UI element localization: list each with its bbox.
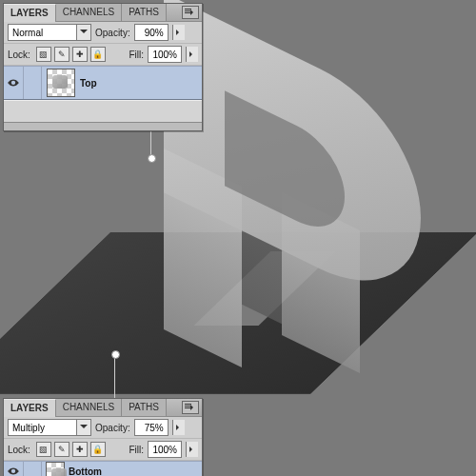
lock-transparent-pixels-icon[interactable]: ▧ (36, 47, 51, 62)
panel-menu-icon[interactable] (182, 401, 199, 414)
opacity-value: 90% (135, 28, 168, 38)
layers-panel-bottom: LAYERS CHANNELS PATHS Multiply Opacity: … (3, 398, 203, 476)
chevron-down-icon[interactable] (76, 25, 90, 40)
layer-thumbnail[interactable] (47, 69, 75, 97)
panel-tabbar: LAYERS CHANNELS PATHS (4, 4, 202, 22)
callout-dot-bottom (111, 350, 120, 359)
tab-channels[interactable]: CHANNELS (56, 399, 122, 416)
opacity-value: 75% (135, 423, 168, 433)
blend-mode-value: Multiply (9, 423, 76, 433)
lock-icon-group: ▧ ✎ ✚ 🔒 (36, 442, 106, 457)
opacity-label: Opacity: (95, 423, 130, 433)
tab-paths[interactable]: PATHS (122, 399, 167, 416)
fill-input[interactable]: 100% (148, 46, 182, 63)
lock-image-pixels-icon[interactable]: ✎ (54, 47, 69, 62)
chevron-down-icon[interactable] (76, 420, 90, 435)
layer-name[interactable]: Top (80, 78, 97, 89)
panel-menu-icon[interactable] (182, 6, 199, 19)
link-cell[interactable] (24, 462, 42, 476)
visibility-toggle[interactable] (4, 67, 24, 99)
panel-empty-area (4, 100, 202, 122)
panel-footer (4, 122, 202, 130)
lock-position-icon[interactable]: ✚ (72, 442, 88, 457)
lock-label: Lock: (8, 445, 30, 455)
fill-label: Fill: (129, 445, 144, 455)
lock-fill-row: Lock: ▧ ✎ ✚ 🔒 Fill: 100% (4, 44, 202, 66)
layer-name[interactable]: Bottom (69, 466, 102, 477)
blend-mode-select[interactable]: Multiply (8, 419, 91, 436)
tab-channels[interactable]: CHANNELS (56, 4, 122, 21)
fill-stepper-icon[interactable] (186, 442, 198, 457)
fill-value: 100% (149, 50, 181, 60)
lock-all-icon[interactable]: 🔒 (90, 47, 106, 62)
fill-label: Fill: (129, 50, 144, 60)
link-cell[interactable] (24, 67, 42, 99)
layer-thumbnail[interactable] (46, 462, 65, 476)
lock-transparent-pixels-icon[interactable]: ▧ (36, 442, 51, 457)
layers-panel-top: LAYERS CHANNELS PATHS Normal Opacity: 90… (3, 3, 203, 131)
eye-icon (7, 78, 20, 88)
blend-mode-value: Normal (9, 28, 76, 38)
lock-image-pixels-icon[interactable]: ✎ (54, 442, 69, 457)
blend-mode-select[interactable]: Normal (8, 24, 91, 41)
opacity-stepper-icon[interactable] (172, 420, 185, 435)
tab-layers[interactable]: LAYERS (4, 399, 56, 417)
lock-icon-group: ▧ ✎ ✚ 🔒 (36, 47, 106, 62)
fill-value: 100% (149, 445, 181, 455)
opacity-input[interactable]: 75% (134, 419, 169, 436)
lock-all-icon[interactable]: 🔒 (90, 442, 106, 457)
lock-fill-row: Lock: ▧ ✎ ✚ 🔒 Fill: 100% (4, 439, 202, 461)
fill-input[interactable]: 100% (148, 441, 182, 458)
eye-icon (7, 466, 20, 476)
fill-stepper-icon[interactable] (186, 47, 198, 62)
layer-row[interactable]: Top (4, 66, 202, 100)
blend-opacity-row: Multiply Opacity: 75% (4, 417, 202, 439)
lock-label: Lock: (8, 50, 30, 60)
panel-tabbar: LAYERS CHANNELS PATHS (4, 399, 202, 417)
opacity-stepper-icon[interactable] (172, 25, 185, 40)
opacity-label: Opacity: (95, 28, 130, 38)
tab-paths[interactable]: PATHS (122, 4, 167, 21)
lock-position-icon[interactable]: ✚ (72, 47, 88, 62)
callout-dot-top (148, 154, 156, 163)
callout-line-bottom (114, 356, 115, 398)
visibility-toggle[interactable] (4, 462, 24, 476)
opacity-input[interactable]: 90% (134, 24, 169, 41)
blend-opacity-row: Normal Opacity: 90% (4, 22, 202, 44)
layer-row[interactable]: Bottom (4, 461, 202, 476)
tab-layers[interactable]: LAYERS (4, 4, 56, 22)
